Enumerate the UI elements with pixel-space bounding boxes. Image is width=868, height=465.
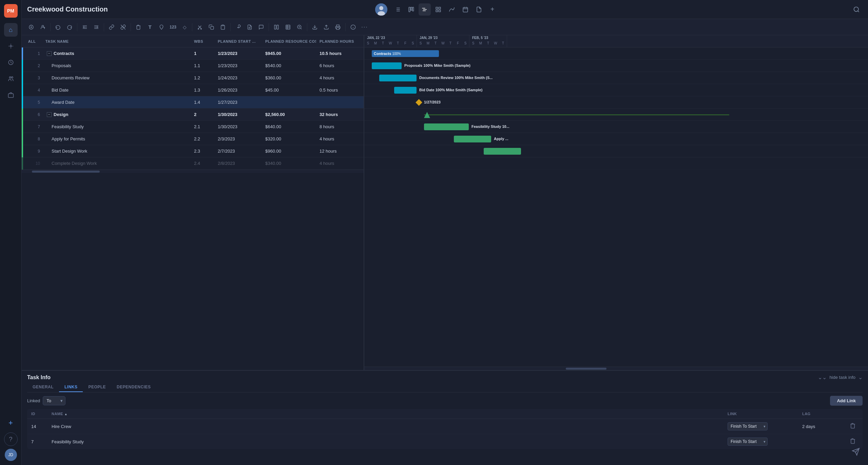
nav-portfolio[interactable] <box>4 88 18 102</box>
row-hours: 4 hours <box>316 75 364 80</box>
unlink-btn[interactable] <box>118 22 129 33</box>
nav-home[interactable]: ⌂ <box>4 23 18 37</box>
table-row[interactable]: 5 Award Date 1.4 1/27/2023 <box>22 96 364 109</box>
link-btn[interactable] <box>106 22 117 33</box>
color-fill-btn[interactable] <box>156 22 167 33</box>
nav-notifications[interactable] <box>4 39 18 53</box>
group-toggle[interactable]: − <box>47 51 52 56</box>
gantt-scrollbar[interactable] <box>364 367 868 370</box>
link-lag: 2 days <box>798 419 846 434</box>
table-row[interactable]: 8 Apply for Permits 2.2 2/3/2023 $320.00… <box>22 133 364 145</box>
curve-view-btn[interactable] <box>446 3 458 16</box>
global-search-btn[interactable] <box>850 3 863 16</box>
row-resource: $340.00 <box>262 161 316 166</box>
add-view-btn[interactable]: + <box>486 3 499 16</box>
tab-links[interactable]: LINKS <box>59 383 83 392</box>
kanban-view-btn[interactable] <box>405 3 417 16</box>
redo-btn[interactable] <box>64 22 75 33</box>
week-jan22-label: JAN, 22 '23 <box>364 35 417 41</box>
info-btn[interactable] <box>348 22 359 33</box>
tab-dependencies[interactable]: DEPENDENCIES <box>111 383 156 392</box>
paste-btn[interactable] <box>217 22 228 33</box>
more-btn[interactable]: ··· <box>359 22 370 33</box>
nav-team[interactable] <box>4 72 18 85</box>
add-link-button[interactable]: Add Link <box>830 396 863 406</box>
table-row[interactable]: 6 − Design 2 1/30/2023 $2,560.00 32 hour… <box>22 109 364 121</box>
day-M: M <box>424 41 432 47</box>
link-type-select-1[interactable]: Finish To Start Start To Start Finish To… <box>728 422 768 430</box>
collapse-up-icon[interactable]: ⌄⌄ <box>818 374 827 381</box>
send-icon <box>852 448 860 456</box>
text-format-btn[interactable]: T <box>144 22 155 33</box>
bar-proposals <box>372 62 402 69</box>
linked-select[interactable]: To From <box>43 396 65 405</box>
row-start: 1/23/2023 <box>214 51 262 56</box>
table-scrollbar[interactable] <box>22 170 364 173</box>
gantt-row-1: Contracts 100% <box>364 47 868 60</box>
indent-btn[interactable] <box>91 22 102 33</box>
upload-btn[interactable] <box>321 22 332 33</box>
svg-point-2 <box>9 77 11 78</box>
download-btn[interactable] <box>309 22 320 33</box>
number-btn[interactable]: 123 <box>168 22 178 33</box>
tab-people[interactable]: PEOPLE <box>83 383 111 392</box>
table-row[interactable]: 9 Start Design Work 2.3 2/7/2023 $960.00… <box>22 145 364 157</box>
table-row[interactable]: 10 Complete Design Work 2.4 2/8/2023 $34… <box>22 157 364 170</box>
copy-btn[interactable] <box>206 22 217 33</box>
table-row[interactable]: 7 Feasibility Study 2.1 1/30/2023 $640.0… <box>22 121 364 133</box>
nav-clock[interactable] <box>4 56 18 69</box>
sep1 <box>50 23 51 31</box>
nav-add-project[interactable]: + <box>4 416 18 430</box>
gantt-scroll-thumb[interactable] <box>566 368 606 370</box>
day-F: F <box>454 41 462 47</box>
week-jan22-days: S M T W T F S <box>364 41 417 47</box>
row-wbs: 2 <box>191 112 214 117</box>
link-type-select-2[interactable]: Finish To Start Start To Start Finish To… <box>728 438 768 446</box>
table-row[interactable]: 2 Proposals 1.1 1/23/2023 $540.00 6 hour… <box>22 60 364 72</box>
row-start: 2/3/2023 <box>214 136 262 141</box>
send-icon-wrap[interactable] <box>852 448 860 457</box>
note-btn[interactable] <box>244 22 255 33</box>
list-view-btn[interactable] <box>391 3 404 16</box>
info-tabs: GENERAL LINKS PEOPLE DEPENDENCIES <box>27 383 863 392</box>
delete-link-1-icon[interactable] <box>850 424 856 430</box>
table-row[interactable]: 1 − Contracts 1 1/23/2023 $945.00 10.5 h… <box>22 47 364 60</box>
row-hours: 4 hours <box>316 136 364 141</box>
outdent-btn[interactable] <box>79 22 90 33</box>
nav-help[interactable]: ? <box>4 432 18 446</box>
hide-task-info-label[interactable]: hide task info <box>829 375 855 380</box>
linked-label: Linked <box>27 398 40 403</box>
col-link: LINK <box>724 409 798 419</box>
print-btn[interactable] <box>332 22 343 33</box>
link-note-btn[interactable] <box>233 22 244 33</box>
table-scroll-thumb[interactable] <box>32 171 100 173</box>
table-view-btn[interactable] <box>283 22 293 33</box>
row-wbs: 2.1 <box>191 124 214 129</box>
comment-btn[interactable] <box>256 22 267 33</box>
header-avatar[interactable] <box>375 3 387 16</box>
delete-btn[interactable] <box>133 22 144 33</box>
row-resource: $360.00 <box>262 75 316 80</box>
cut-btn[interactable] <box>194 22 205 33</box>
user-avatar[interactable]: JD <box>5 449 17 461</box>
zoom-in-btn[interactable] <box>294 22 305 33</box>
tab-general[interactable]: GENERAL <box>27 383 59 392</box>
day-S: S <box>409 41 417 47</box>
report-view-btn[interactable] <box>473 3 485 16</box>
add-task-btn[interactable] <box>26 22 37 33</box>
calendar-view-btn[interactable] <box>459 3 471 16</box>
undo-btn[interactable] <box>53 22 63 33</box>
table-row[interactable]: 4 Bid Date 1.3 1/26/2023 $45.00 0.5 hour… <box>22 84 364 96</box>
gantt-rows: Contracts 100% Proposals 100% Mike Smith… <box>364 47 868 367</box>
gantt-view-btn[interactable] <box>419 3 431 16</box>
row-name: Award Date <box>43 100 191 105</box>
table-row[interactable]: 3 Documents Review 1.2 1/24/2023 $360.00… <box>22 72 364 84</box>
group-toggle[interactable]: − <box>47 112 52 117</box>
milestone-btn[interactable]: ◇ <box>179 22 190 33</box>
split-view-btn[interactable] <box>271 22 282 33</box>
task-rows: 1 − Contracts 1 1/23/2023 $945.00 10.5 h… <box>22 47 364 170</box>
add-person-btn[interactable] <box>37 22 48 33</box>
grid-view-btn[interactable] <box>432 3 444 16</box>
delete-link-2-icon[interactable] <box>850 439 856 445</box>
collapse-down-icon[interactable]: ⌄ <box>858 374 863 381</box>
